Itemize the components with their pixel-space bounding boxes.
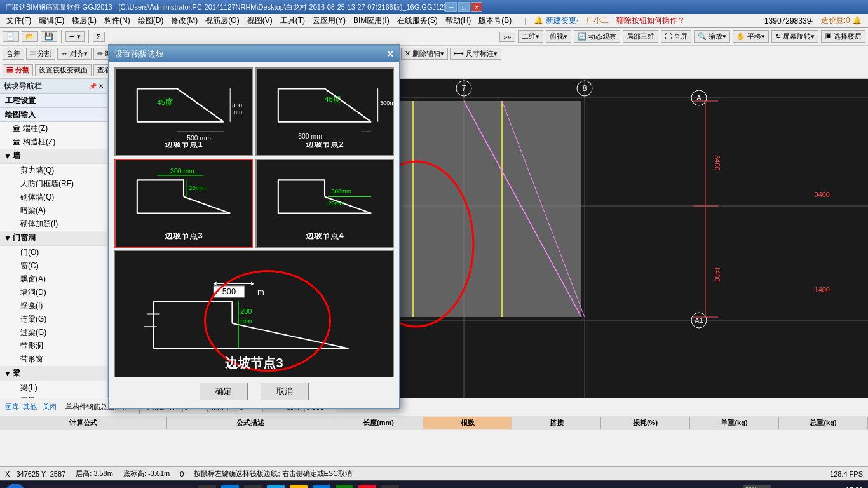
menu-draw[interactable]: 绘图(D)	[134, 14, 168, 27]
undo-btn[interactable]: ↩ ▾	[65, 31, 85, 42]
nav-end-column[interactable]: 🏛端柱(Z)	[0, 122, 107, 135]
slope-length-input[interactable]	[214, 285, 245, 297]
nav-construct-col[interactable]: 🏛构造柱(Z)	[0, 135, 107, 149]
lib-tab[interactable]: 图库	[5, 402, 19, 412]
nav-beam-group[interactable]: ▼梁	[0, 366, 107, 381]
toolbar-pan[interactable]: ✋ 平移▾	[733, 30, 769, 43]
search-container[interactable]: 🔍 🎤	[31, 485, 193, 489]
close-tab[interactable]: 关闭	[43, 402, 57, 412]
menu-new-change[interactable]: 🔔 新建变更·	[530, 14, 582, 27]
menu-view[interactable]: 视图(V)	[243, 14, 276, 27]
dialog-set-slope: 设置筏板边坡 ✕ 45度 500 mm	[108, 44, 400, 409]
menu-version[interactable]: 版本号(B)	[475, 14, 515, 27]
start-button[interactable]: ⊞	[5, 484, 25, 489]
svg-text:8: 8	[583, 84, 587, 93]
taskbar-icon-file[interactable]: 📁	[290, 485, 308, 489]
nav-strip-hole[interactable]: 带形洞	[0, 339, 107, 353]
nav-wall-hole[interactable]: 墙洞(D)	[0, 286, 107, 299]
taskbar-icon-ie[interactable]: e	[267, 485, 285, 489]
menu-online[interactable]: 在线服务(S)	[393, 14, 442, 27]
svg-text:1400: 1400	[714, 266, 721, 281]
save-btn[interactable]: 💾	[41, 31, 57, 42]
node-cell-2[interactable]: 45度 600 mm 300mm 边坡节点2	[255, 67, 394, 156]
nav-coupling-beam[interactable]: 连梁(G)	[0, 313, 107, 326]
nav-masonry-wall[interactable]: 砌体墙(Q)	[0, 191, 107, 204]
dialog-buttons: 确定 取消	[114, 380, 394, 403]
close-btn[interactable]: ✕	[471, 2, 482, 12]
toolbar-dynamic[interactable]: 🔄 动态观察	[574, 30, 620, 43]
clock[interactable]: 17:26 2017/12/6	[832, 486, 863, 489]
tb2-dimmark[interactable]: ⟼ 尺寸标注▾	[450, 48, 501, 60]
taskbar-icon-task[interactable]: ☰	[198, 485, 216, 489]
node-cell-3[interactable]: 300 mm 20mm 边坡节点3	[114, 159, 253, 248]
nav-over-beam[interactable]: 过梁(G)	[0, 326, 107, 339]
node4-diagram: 300mm 20mm	[257, 160, 393, 233]
menu-modify[interactable]: 修改(M)	[167, 14, 201, 27]
node-cell-4[interactable]: 300mm 20mm 边坡节点4	[255, 159, 394, 248]
taskbar-icon-blue[interactable]: ⚡	[313, 485, 330, 489]
menu-guangxiao[interactable]: 广小二	[582, 14, 613, 27]
toolbar-zoom[interactable]: 🔍 缩放▾	[694, 30, 730, 43]
sidebar-dock-btn[interactable]: 📌 ✕	[89, 83, 104, 90]
dw-collapse-icon: ▼	[4, 234, 11, 243]
nav-strip-window[interactable]: 带形窗	[0, 353, 107, 366]
nav-hidden-beam[interactable]: 暗梁(A)	[0, 204, 107, 217]
other-tab[interactable]: 其他·	[23, 402, 39, 412]
menu-file[interactable]: 文件(F)	[3, 14, 35, 27]
menu-floor[interactable]: 楼层(L)	[68, 14, 100, 27]
menu-rebar-layer[interactable]: 视筋层(O)	[201, 14, 243, 27]
toolbar-select-floor[interactable]: ▣ 选择楼层	[821, 30, 865, 43]
menu-help-btn[interactable]: 聊除按钮如何操作？	[613, 14, 689, 27]
tb2-merge[interactable]: 合并	[3, 48, 24, 60]
tb2-divide[interactable]: 𝄘 分割	[26, 48, 55, 60]
confirm-btn[interactable]: 确定	[200, 383, 248, 400]
dialog-content: 45度 500 mm 800 mm 边坡节点1	[109, 62, 399, 408]
nav-door[interactable]: 门(O)	[0, 246, 107, 259]
node-cell-1[interactable]: 45度 500 mm 800 mm 边坡节点1	[114, 67, 253, 156]
nav-wall-group[interactable]: ▼墙	[0, 149, 107, 164]
menu-tools[interactable]: 工具(T)	[276, 14, 309, 27]
dialog-title-text: 设置筏板边坡	[114, 48, 164, 60]
tb2-delaux[interactable]: ✕ 删除辅轴▾	[401, 48, 448, 60]
taskbar-icon-edge[interactable]: e	[221, 485, 239, 489]
new-btn[interactable]: 📄	[3, 31, 19, 42]
toolbar-partial-3d[interactable]: 局部三维	[623, 30, 658, 43]
toolbar-fullscreen[interactable]: ⛶ 全屏	[661, 30, 691, 43]
toolbar-screen-rotate[interactable]: ↻ 屏幕旋转▾	[771, 30, 818, 43]
nav-niche[interactable]: 壁龛(I)	[0, 299, 107, 313]
toolbar-view[interactable]: 俯视▾	[546, 30, 571, 43]
maximize-btn[interactable]: □	[458, 2, 470, 12]
open-btn[interactable]: 📂	[22, 31, 38, 42]
toolbar-2d[interactable]: 二维▾	[518, 30, 543, 43]
svg-text:800: 800	[232, 102, 242, 109]
nav-door-window-group[interactable]: ▼门窗洞	[0, 231, 107, 246]
nav-window[interactable]: 窗(C)	[0, 259, 107, 273]
view-2d[interactable]: »»	[499, 32, 515, 42]
taskbar-icon-green[interactable]: G	[336, 485, 353, 489]
tb3-setslope-section[interactable]: ☰ 分割	[3, 64, 33, 76]
menu-bim[interactable]: BIM应用(I)	[349, 14, 393, 27]
menu-cloud[interactable]: 云应用(Y)	[309, 14, 349, 27]
taskbar-icon-orange[interactable]: 🔴	[358, 485, 376, 489]
minimize-btn[interactable]: ─	[445, 2, 457, 12]
tb3-set-slab-section[interactable]: 设置筏板变截面	[35, 64, 92, 76]
nav-bay-window[interactable]: 飘窗(A)	[0, 273, 107, 286]
menubar: 文件(F) 编辑(E) 楼层(L) 构件(N) 绘图(D) 修改(M) 视筋层(…	[0, 14, 868, 28]
statusbar: X=-347625 Y=2587 层高: 3.58m 底标高: -3.61m 0…	[0, 466, 868, 480]
taskbar-icon-chrome[interactable]: 🌐	[244, 485, 262, 489]
menu-edit[interactable]: 编辑(E)	[35, 14, 68, 27]
dialog-close-btn[interactable]: ✕	[386, 49, 394, 59]
menu-help[interactable]: 帮助(H)	[442, 14, 475, 27]
tb2-align[interactable]: ↔ 对齐▾	[57, 48, 92, 60]
nav-beam[interactable]: 梁(L)	[0, 381, 107, 395]
svg-text:m: m	[257, 287, 264, 297]
nav-masonry-rebar[interactable]: 砌体加筋(I)	[0, 217, 107, 231]
nav-project-settings[interactable]: 工程设置	[0, 94, 107, 108]
cancel-btn[interactable]: 取消	[261, 383, 309, 400]
nav-antiblast-wall[interactable]: 人防门框墙(RF)	[0, 177, 107, 191]
nav-draw-input[interactable]: 绘图输入	[0, 108, 107, 122]
taskbar-icon-recycle[interactable]: ♻	[381, 485, 399, 489]
nav-shear-wall[interactable]: 剪力墙(Q)	[0, 164, 107, 177]
calc-btn[interactable]: Σ	[93, 32, 105, 42]
menu-component[interactable]: 构件(N)	[100, 14, 134, 27]
